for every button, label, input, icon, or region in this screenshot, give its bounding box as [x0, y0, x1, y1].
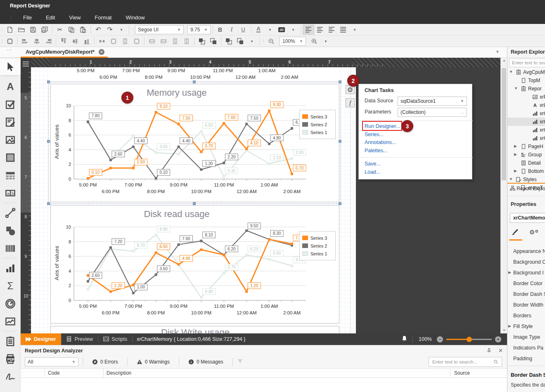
selection-handle[interactable] — [193, 80, 196, 83]
font-color-button[interactable]: A — [253, 25, 264, 35]
menu-view[interactable]: View — [62, 14, 88, 21]
italic-button[interactable]: I — [226, 25, 237, 35]
tool-panel[interactable] — [0, 149, 21, 166]
tool-signature[interactable] — [0, 368, 21, 385]
pin-icon[interactable] — [486, 347, 492, 355]
menu-edit[interactable]: Edit — [39, 14, 62, 21]
tool-label[interactable]: A — [0, 78, 21, 95]
redo-button[interactable]: ↷ — [104, 25, 116, 35]
zoom-level-dropdown[interactable]: 100%▼ — [280, 37, 306, 46]
tree-item-styles[interactable]: ▼Styles — [507, 175, 545, 184]
property-row-indicators-pa[interactable]: Indicators Pa — [507, 345, 545, 356]
selection-handle[interactable] — [339, 202, 341, 205]
report-page[interactable]: 5:00 PM7:00 PM9:00 PM11:00 PM1:00 AM6:00… — [31, 67, 356, 333]
copy-button[interactable] — [66, 25, 77, 35]
tool-table[interactable] — [0, 166, 21, 184]
selection-handle[interactable] — [339, 80, 341, 83]
align-lefts-button[interactable] — [19, 36, 31, 46]
selection-handle[interactable] — [47, 202, 50, 205]
align-bottoms-button[interactable] — [81, 36, 92, 46]
font-name-dropdown[interactable]: Segoe UI▼ — [135, 25, 184, 34]
align-centers-button[interactable] — [31, 36, 43, 46]
tool-subreport[interactable]: Σ — [0, 277, 21, 295]
chart-tasks-link-series[interactable]: Series... — [365, 132, 384, 137]
chevron-right-icon[interactable]: ▶ — [514, 152, 517, 156]
save-all-button[interactable] — [39, 25, 50, 35]
tab-preview[interactable]: Preview — [62, 333, 98, 345]
tool-pointer[interactable] — [0, 58, 21, 76]
tool-picture-box[interactable] — [0, 131, 21, 149]
highlight-dropdown-icon[interactable]: ▾ — [287, 25, 299, 35]
highlight-color-button[interactable]: ab — [276, 25, 287, 35]
tree-item-xrc[interactable]: xrC — [507, 126, 545, 134]
chevron-down-icon[interactable]: ▼ — [514, 86, 518, 90]
tree-item-repor[interactable]: ▼Repor — [507, 85, 545, 93]
tree-item-xrc[interactable]: xrC — [507, 109, 545, 118]
selection-handle[interactable] — [47, 140, 50, 143]
chevron-right-icon[interactable]: ▶ — [508, 270, 511, 274]
tree-item-bottom[interactable]: ▶Bottom — [507, 167, 545, 175]
snap-to-grid-button[interactable] — [4, 36, 16, 46]
tree-item-xrc[interactable]: xrC — [507, 118, 545, 126]
align-middles-button[interactable] — [69, 36, 81, 46]
tool-sparkline[interactable] — [0, 312, 21, 330]
chart-expression-button[interactable]: f — [346, 98, 355, 107]
messages-badge[interactable]: 0 Messages — [183, 359, 228, 365]
new-report-button[interactable] — [4, 25, 16, 35]
align-tops-button[interactable] — [58, 36, 69, 46]
analyzer-search-input[interactable]: Enter text to search... — [429, 357, 502, 367]
chevron-right-icon[interactable]: ▶ — [508, 324, 511, 328]
tool-barcode[interactable] — [0, 239, 21, 257]
toolbox-overflow-dots[interactable]: ⋯ — [7, 47, 12, 53]
increase-vertical-spacing-button[interactable] — [119, 36, 131, 46]
tool-shape[interactable] — [0, 222, 21, 239]
tree-item-topm[interactable]: TopM — [507, 76, 545, 85]
tree-item-xrl[interactable]: AxrL — [507, 101, 545, 109]
center-horizontally-button[interactable] — [196, 36, 208, 46]
chart-tasks-link-save[interactable]: Save... — [365, 161, 381, 167]
property-row-background-i[interactable]: ▶Background I — [507, 270, 545, 281]
chevron-right-icon[interactable]: ▶ — [514, 169, 517, 173]
property-row-border-width[interactable]: Border Width — [507, 302, 545, 313]
order-dropdown-icon[interactable]: ▾ — [246, 36, 258, 46]
selected-object-dropdown[interactable]: xrChartMemo — [510, 213, 545, 223]
tab-designer[interactable]: Designer — [21, 333, 61, 345]
align-text-justify-button[interactable] — [337, 25, 349, 35]
align-text-right-button[interactable] — [326, 25, 337, 35]
bring-to-front-button[interactable] — [223, 36, 235, 46]
errors-badge[interactable]: 0 Errors — [87, 359, 123, 365]
zoom-dropdown-icon[interactable]: ▾ — [320, 36, 332, 46]
zoom-in-toolbar-button[interactable] — [308, 36, 320, 46]
scroll-down-icon[interactable]: ▼ — [501, 328, 507, 333]
selection-handle[interactable] — [339, 140, 341, 143]
make-same-size-button[interactable] — [158, 36, 169, 46]
undo-button[interactable]: ↶ — [92, 25, 104, 35]
chart-tasks-link-annotations[interactable]: Annotations... — [365, 139, 396, 145]
selection-handle[interactable] — [193, 202, 196, 205]
property-row-padding[interactable]: Padding — [507, 356, 545, 366]
open-report-button[interactable] — [16, 25, 27, 35]
explorer-search-input[interactable]: Enter text to sear — [509, 59, 545, 67]
send-to-back-button[interactable] — [235, 36, 246, 46]
disk-write-usage-chart[interactable]: Disk Write usage — [50, 326, 339, 333]
tree-item-group[interactable]: ▶Group — [507, 151, 545, 159]
zoom-in-button[interactable]: + — [495, 336, 501, 342]
property-row-appearance-n[interactable]: Appearance N — [507, 248, 545, 259]
property-row-background-c[interactable]: Background C — [507, 259, 545, 270]
report-explorer-dock-tab[interactable]: Report Explo — [510, 186, 545, 191]
text-align-dropdown-icon[interactable]: ▾ — [349, 25, 360, 35]
menu-window[interactable]: Window — [118, 14, 152, 21]
appearance-brush-tab[interactable] — [512, 229, 519, 237]
bold-button[interactable]: B — [214, 25, 226, 35]
align-text-left-button[interactable] — [303, 25, 314, 35]
band-menu-icon[interactable] — [23, 60, 29, 68]
notifications-bell-icon[interactable] — [401, 335, 408, 343]
warnings-badge[interactable]: 0 Warnings — [132, 359, 175, 365]
make-same-height-button[interactable] — [169, 36, 181, 46]
property-row-borders[interactable]: Borders — [507, 313, 545, 324]
tab-list-dropdown-icon[interactable]: ▼ — [495, 50, 500, 54]
tree-item-xrp[interactable]: xrP — [507, 93, 545, 101]
analyzer-filter-dropdown[interactable]: All▼ — [25, 357, 78, 366]
underline-button[interactable]: U — [237, 25, 249, 35]
size-to-grid-button[interactable] — [108, 36, 119, 46]
